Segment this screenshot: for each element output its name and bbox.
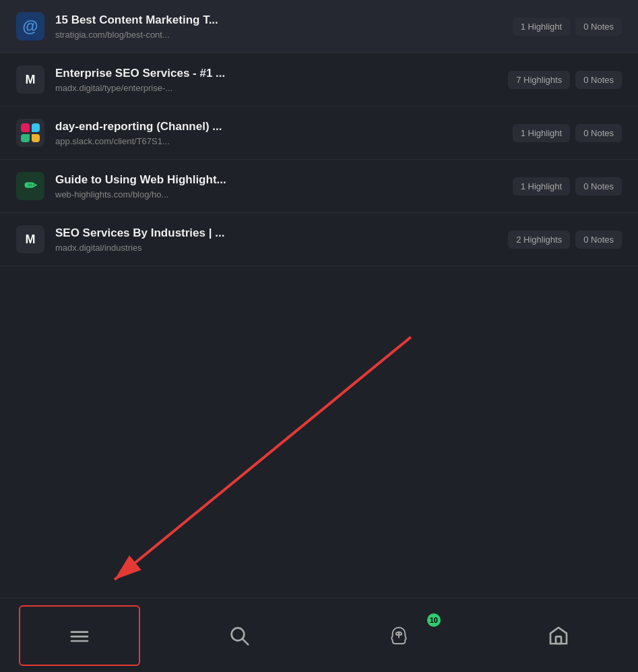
favicon-at: @ [16,12,44,40]
highlights-badge: 1 Highlight [513,18,570,36]
nav-list-button[interactable] [19,605,140,666]
item-url: web-highlights.com/blog/ho... [55,189,502,200]
notes-badge: 0 Notes [575,177,622,195]
svg-line-6 [243,639,248,644]
highlights-badge: 1 Highlight [513,124,570,142]
ai-badge: 10 [427,613,441,627]
item-title: day-end-reporting (Channel) ... [55,120,502,133]
item-title: Guide to Using Web Highlight... [55,173,502,187]
favicon-m: M [16,225,44,253]
home-icon [548,625,569,646]
notes-badge: 0 Notes [575,124,622,142]
item-info: Guide to Using Web Highlight... web-high… [55,173,502,200]
item-info: 15 Best Content Marketing T... stratigia… [55,13,502,40]
bottom-nav: 10 [0,598,638,672]
item-stats: 1 Highlight 0 Notes [513,124,622,142]
notes-badge: 0 Notes [575,231,622,249]
item-url: app.slack.com/client/T67S1... [55,136,502,146]
highlights-badge: 2 Highlights [508,231,570,249]
svg-line-1 [115,337,411,580]
search-icon [228,625,250,646]
item-info: day-end-reporting (Channel) ... app.slac… [55,120,502,146]
list-container: @ 15 Best Content Marketing T... stratig… [0,0,638,266]
item-info: Enterprise SEO Services - #1 ... madx.di… [55,67,497,93]
highlights-badge: 1 Highlight [513,177,570,195]
list-icon [69,625,90,646]
list-item[interactable]: day-end-reporting (Channel) ... app.slac… [0,106,638,160]
list-item[interactable]: M SEO Services By Industries | ... madx.… [0,213,638,266]
notes-badge: 0 Notes [575,18,622,36]
nav-search-button[interactable] [179,605,300,666]
svg-rect-9 [556,636,561,644]
item-title: 15 Best Content Marketing T... [55,13,502,27]
list-item[interactable]: M Enterprise SEO Services - #1 ... madx.… [0,53,638,106]
list-item[interactable]: @ 15 Best Content Marketing T... stratig… [0,0,638,53]
list-item[interactable]: ✏ Guide to Using Web Highlight... web-hi… [0,160,638,213]
item-url: madx.digital/type/enterprise-... [55,83,497,93]
item-url: madx.digital/industries [55,243,497,253]
item-info: SEO Services By Industries | ... madx.di… [55,226,497,253]
item-url: stratigia.com/blog/best-cont... [55,30,502,40]
item-stats: 1 Highlight 0 Notes [513,18,622,36]
item-stats: 2 Highlights 0 Notes [508,231,622,249]
item-title: Enterprise SEO Services - #1 ... [55,67,497,80]
nav-ai-button[interactable]: 10 [338,605,459,666]
item-title: SEO Services By Industries | ... [55,226,497,240]
nav-home-button[interactable] [498,605,619,666]
favicon-m: M [16,65,44,94]
favicon-wh: ✏ [16,172,44,200]
notes-badge: 0 Notes [575,71,622,89]
item-stats: 1 Highlight 0 Notes [513,177,622,195]
item-stats: 7 Highlights 0 Notes [508,71,622,89]
highlights-badge: 7 Highlights [508,71,570,89]
ai-icon [388,625,410,646]
favicon-slack [16,119,44,147]
